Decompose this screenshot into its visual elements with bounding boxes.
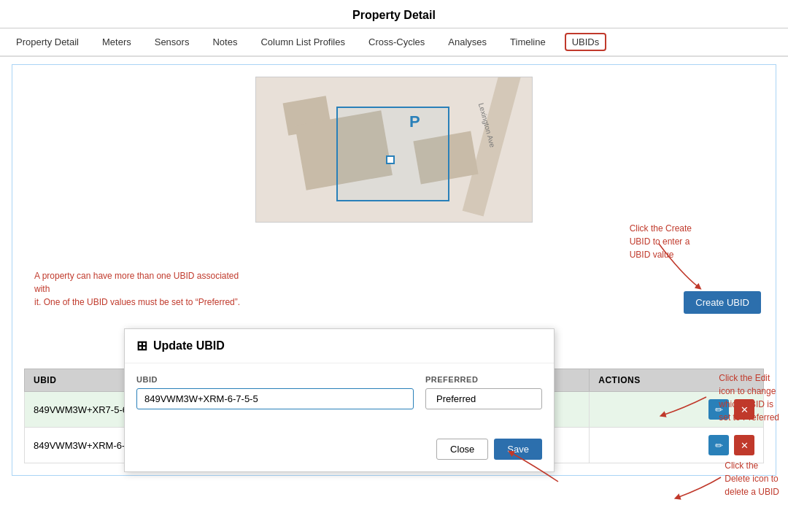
preferred-toggle-button[interactable]: Preferred: [425, 388, 542, 409]
create-arrow: [652, 236, 710, 295]
delete-button-2[interactable]: ✕: [734, 435, 754, 455]
ubid-form-group: UBID: [136, 375, 414, 409]
modal-body: UBID PREFERRED Preferred: [125, 363, 554, 433]
ubid-input-label: UBID: [136, 375, 414, 384]
tab-column-list-profiles[interactable]: Column List Profiles: [256, 34, 349, 50]
ubid-input[interactable]: [136, 388, 414, 409]
modal-form-row: UBID PREFERRED Preferred: [136, 375, 542, 409]
delete-annotation: Click the Delete icon to delete a UBID: [725, 459, 779, 498]
tab-bar: Property Detail Meters Sensors Notes Col…: [0, 28, 788, 57]
ubid-bounding-box: [336, 107, 449, 201]
center-marker: [386, 155, 395, 164]
tab-property-detail[interactable]: Property Detail: [12, 34, 83, 50]
property-annotation: A property can have more than one UBID a…: [34, 269, 253, 309]
tab-meters[interactable]: Meters: [98, 34, 136, 50]
tab-notes[interactable]: Notes: [208, 34, 242, 50]
edit-annotation: Click the Edit icon to change which UBID…: [719, 371, 779, 424]
tab-ubids[interactable]: UBIDs: [565, 33, 607, 51]
page-title: Property Detail: [0, 0, 788, 28]
tab-timeline[interactable]: Timeline: [506, 34, 550, 50]
modal-title: Update UBID: [153, 339, 225, 352]
map-background: P Lexington Ave: [256, 77, 532, 222]
edit-button-2[interactable]: ✏: [708, 435, 729, 455]
header-title-text: Property Detail: [352, 9, 436, 21]
tab-sensors[interactable]: Sensors: [150, 34, 194, 50]
tab-cross-cycles[interactable]: Cross-Cycles: [364, 34, 429, 50]
parking-label: P: [409, 112, 420, 131]
map-container: P Lexington Ave: [255, 77, 533, 223]
preferred-input-label: PREFERRED: [425, 375, 542, 384]
edit-arrow: [648, 390, 714, 426]
modal-icon: ⊞: [136, 338, 147, 354]
tab-analyses[interactable]: Analyses: [444, 34, 491, 50]
delete-arrow: [663, 470, 728, 506]
modal-header: ⊞ Update UBID: [125, 329, 554, 363]
preferred-form-group: PREFERRED Preferred: [425, 375, 542, 409]
actions-cell-2: ✏ ✕: [590, 428, 764, 463]
preferred-modal-arrow: [471, 431, 565, 489]
